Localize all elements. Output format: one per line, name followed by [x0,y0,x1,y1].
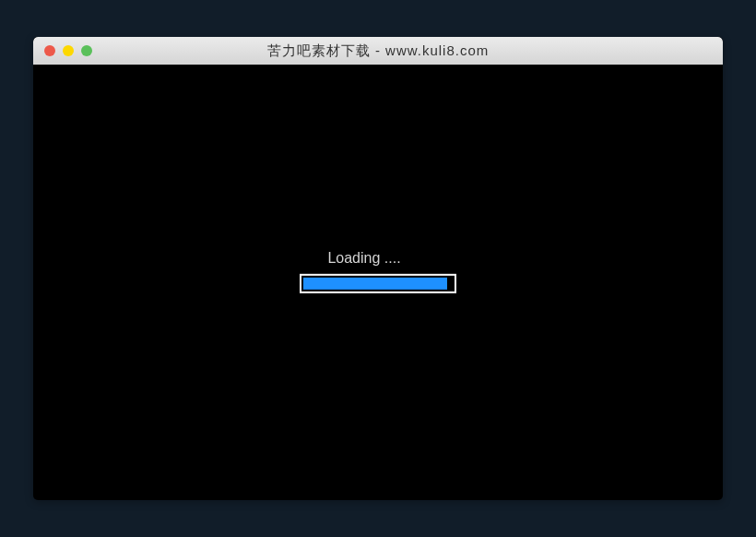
content-area: Loading .... [41,65,715,487]
window-titlebar: 苦力吧素材下载 - www.kuli8.com [33,37,723,65]
app-window: 苦力吧素材下载 - www.kuli8.com Loading .... [33,37,723,500]
minimize-icon[interactable] [63,45,74,56]
progress-fill [303,278,447,290]
maximize-icon[interactable] [81,45,92,56]
window-title: 苦力吧素材下载 - www.kuli8.com [33,42,723,60]
loading-label: Loading .... [327,250,400,267]
loading-container: Loading .... [300,250,456,293]
traffic-lights [33,45,92,56]
progress-bar [300,274,456,293]
close-icon[interactable] [44,45,55,56]
